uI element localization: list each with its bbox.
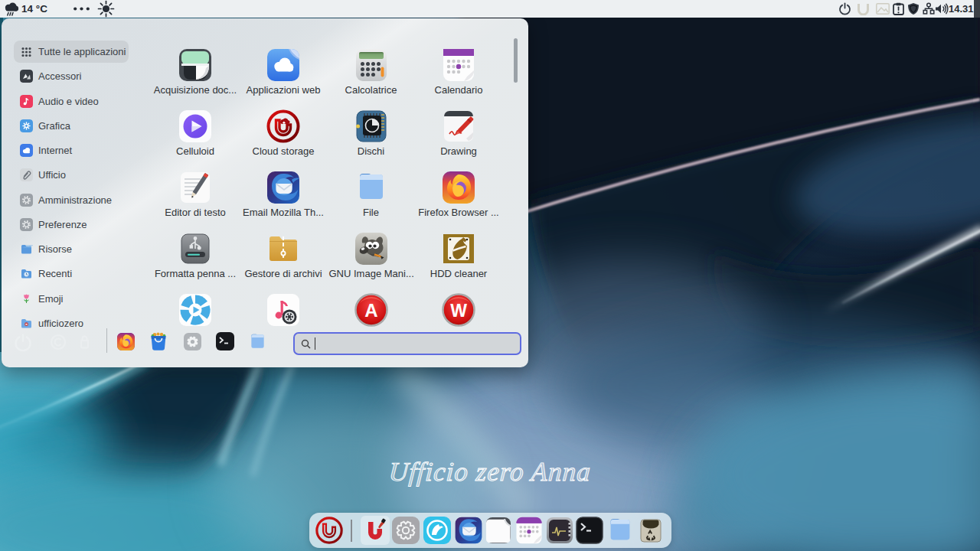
svg-text:A: A bbox=[364, 300, 377, 321]
svg-text:W: W bbox=[450, 301, 467, 321]
svg-text:Ufficio zero Anna: Ufficio zero Anna bbox=[388, 457, 593, 487]
